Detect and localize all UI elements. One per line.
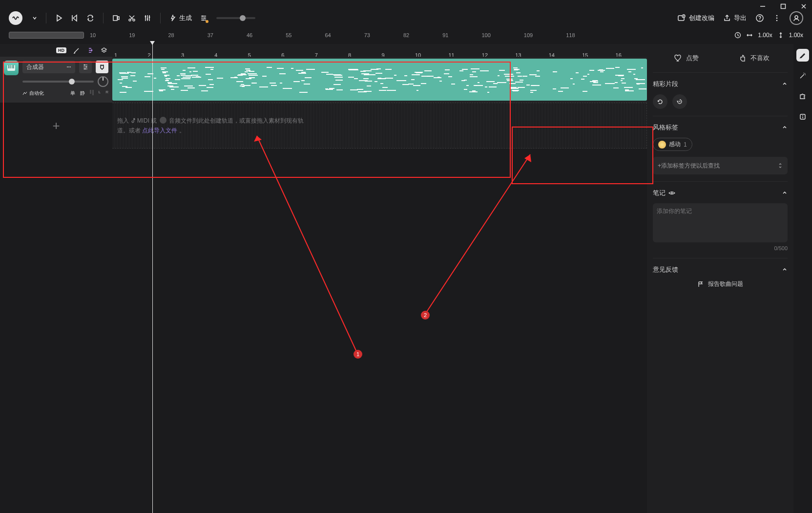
- zoom-h-value: 1.00x: [758, 32, 772, 39]
- svg-point-20: [203, 20, 204, 21]
- create-variation-label: 创建改编: [689, 14, 714, 22]
- generate-label: 生成: [179, 14, 192, 22]
- play-button[interactable]: [55, 14, 63, 22]
- updown-icon: [778, 162, 783, 169]
- tag-label: 感动: [669, 140, 681, 149]
- svg-rect-1: [781, 4, 786, 9]
- export-label: 导出: [734, 14, 747, 22]
- selection-tool-button[interactable]: [112, 14, 120, 22]
- help-button[interactable]: [755, 14, 764, 22]
- separator: [103, 13, 104, 23]
- level-meter: [90, 90, 94, 97]
- overview-range[interactable]: [9, 32, 84, 39]
- svg-point-36: [68, 66, 69, 67]
- visibility-icon[interactable]: [668, 190, 675, 196]
- style-tag-chip[interactable]: 感动 1: [653, 138, 692, 151]
- highlights-heading: 精彩片段: [653, 80, 678, 88]
- generate-button[interactable]: 生成: [169, 14, 192, 22]
- pan-knob[interactable]: [98, 76, 108, 87]
- separator: [46, 13, 46, 23]
- svg-point-28: [795, 16, 798, 19]
- app-menu-chevron-icon[interactable]: [32, 16, 37, 21]
- track-settings-button[interactable]: [79, 61, 92, 73]
- draw-tool-icon[interactable]: [73, 47, 80, 54]
- solo-button[interactable]: 单: [70, 90, 75, 97]
- mute-button[interactable]: 静: [80, 90, 85, 97]
- instrument-icon[interactable]: [4, 61, 19, 75]
- svg-point-18: [202, 16, 204, 17]
- like-button[interactable]: 点赞: [653, 44, 720, 72]
- svg-point-37: [70, 66, 71, 67]
- history-button[interactable]: [672, 94, 687, 109]
- svg-point-27: [776, 20, 778, 21]
- skip-back-button[interactable]: [71, 14, 79, 22]
- svg-point-12: [145, 16, 146, 18]
- track-name-dropdown[interactable]: 合成器: [22, 61, 75, 73]
- zoom-v-value: 1.00x: [789, 32, 803, 39]
- svg-point-41: [84, 64, 85, 65]
- svg-rect-6: [118, 17, 119, 20]
- midi-clip[interactable]: [112, 59, 647, 101]
- edit-tool-button[interactable]: [796, 49, 809, 62]
- svg-point-46: [802, 115, 803, 116]
- zoom-v-icon[interactable]: [777, 32, 784, 39]
- regenerate-highlight-button[interactable]: [653, 94, 667, 109]
- cut-button[interactable]: [128, 14, 136, 22]
- notes-heading: 笔记: [653, 189, 666, 197]
- add-track-button[interactable]: +: [52, 118, 60, 133]
- collapse-icon[interactable]: [782, 125, 788, 130]
- filter-settings-button[interactable]: [200, 14, 208, 22]
- profile-button[interactable]: [790, 11, 803, 25]
- feedback-heading: 意见反馈: [653, 265, 678, 274]
- export-button[interactable]: 导出: [723, 14, 747, 22]
- tag-count: 1: [684, 141, 687, 148]
- note-icon: [130, 118, 135, 124]
- mixer-button[interactable]: [144, 14, 151, 22]
- dislike-label: 不喜欢: [750, 54, 770, 63]
- chevron-down-icon: [66, 64, 71, 69]
- pan-r-label: R: [105, 90, 108, 97]
- import-file-link[interactable]: 点此导入文件: [142, 127, 177, 134]
- report-issue-button[interactable]: 报告歌曲问题: [653, 280, 788, 288]
- track-lane[interactable]: [112, 57, 647, 103]
- snap-icon[interactable]: [87, 47, 94, 54]
- layers-icon[interactable]: [101, 47, 107, 54]
- pan-l-label: L: [99, 90, 101, 97]
- audio-badge-icon: [160, 117, 167, 124]
- clock-icon[interactable]: [734, 32, 741, 39]
- create-variation-button[interactable]: 创建改编: [677, 14, 714, 22]
- hd-badge[interactable]: HD: [56, 47, 66, 53]
- emotion-emoji-icon: [658, 141, 666, 149]
- magic-wand-button[interactable]: [796, 69, 809, 82]
- zoom-h-icon[interactable]: [746, 32, 753, 39]
- collapse-icon[interactable]: [782, 267, 788, 273]
- collapse-icon[interactable]: [782, 190, 788, 196]
- svg-rect-31: [8, 65, 9, 68]
- dropzone[interactable]: 拖入 MIDI 或 音频文件到此处创建轨道，或直接拖入素材到现有轨道。或者 点此…: [112, 103, 647, 149]
- svg-point-25: [776, 15, 778, 17]
- svg-point-44: [671, 192, 673, 194]
- dropzone-text: 拖入 MIDI 或 音频文件到此处创建轨道，或直接拖入素材到现有轨道。或者 点此…: [117, 116, 312, 136]
- add-tag-input[interactable]: + 添加标签方便以后查找: [653, 157, 788, 174]
- puzzle-button[interactable]: [796, 90, 809, 103]
- svg-rect-5: [113, 16, 117, 21]
- track-plugin-button[interactable]: [96, 61, 108, 73]
- svg-point-14: [149, 17, 150, 18]
- app-logo-button[interactable]: [9, 11, 22, 25]
- notes-textarea[interactable]: [653, 203, 788, 242]
- svg-point-35: [67, 66, 68, 67]
- report-label: 报告歌曲问题: [708, 280, 743, 288]
- svg-point-24: [759, 20, 760, 21]
- tempo-slider[interactable]: [216, 17, 255, 19]
- like-label: 点赞: [686, 54, 699, 63]
- more-menu-button[interactable]: [773, 14, 781, 22]
- dislike-button[interactable]: 不喜欢: [720, 44, 788, 72]
- automation-toggle[interactable]: 自动化: [22, 90, 44, 97]
- overview-ticks: 10192837465564738291100109118: [90, 32, 729, 38]
- collapse-icon[interactable]: [782, 81, 788, 87]
- separator: [160, 13, 161, 23]
- track-name-label: 合成器: [26, 63, 44, 71]
- loop-button[interactable]: [86, 14, 94, 22]
- volume-slider[interactable]: [22, 81, 94, 83]
- info-button[interactable]: [796, 110, 809, 123]
